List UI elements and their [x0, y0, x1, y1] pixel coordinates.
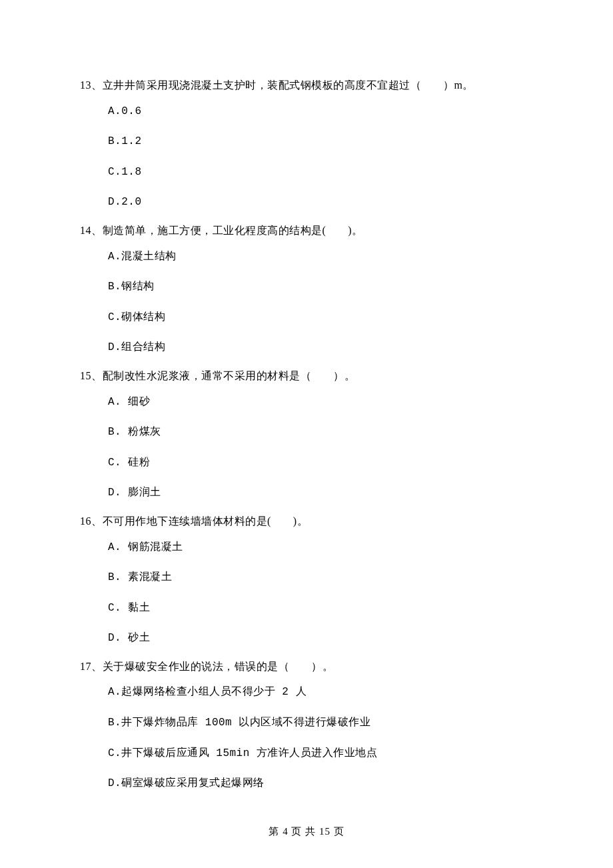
option-a: A.混凝土结构 [108, 249, 533, 266]
option-a: A. 细砂 [108, 394, 533, 411]
option-a: A.0.6 [108, 103, 533, 121]
option-c: C.1.8 [108, 164, 533, 181]
question-stem: 16、不可用作地下连续墙墙体材料的是( )。 [80, 513, 533, 530]
option-c: C.砌体结构 [108, 309, 533, 327]
option-b: B.钢结构 [108, 279, 533, 296]
question-15: 15、配制改性水泥浆液，通常不采用的材料是（ ）。 A. 细砂 B. 粉煤灰 C… [80, 367, 533, 502]
option-b: B.1.2 [108, 133, 533, 151]
page-footer: 第 4 页 共 15 页 [0, 825, 613, 838]
question-stem: 17、关于爆破安全作业的说法，错误的是（ ）。 [80, 658, 533, 675]
option-b: B. 素混凝土 [108, 569, 533, 587]
option-c: C. 黏土 [108, 600, 533, 617]
question-stem: 14、制造简单，施工方便，工业化程度高的结构是( )。 [80, 222, 533, 239]
option-list: A. 钢筋混凝土 B. 素混凝土 C. 黏土 D. 砂土 [80, 539, 533, 647]
page-content: 13、立井井筒采用现浇混凝土支护时，装配式钢模板的高度不宜超过（ ）m。 A.0… [0, 0, 613, 793]
question-16: 16、不可用作地下连续墙墙体材料的是( )。 A. 钢筋混凝土 B. 素混凝土 … [80, 513, 533, 647]
option-list: A.0.6 B.1.2 C.1.8 D.2.0 [80, 103, 533, 211]
option-a: A.起爆网络检查小组人员不得少于 2 人 [108, 684, 533, 701]
question-13: 13、立井井筒采用现浇混凝土支护时，装配式钢模板的高度不宜超过（ ）m。 A.0… [80, 77, 533, 211]
option-a: A. 钢筋混凝土 [108, 539, 533, 557]
option-d: D.硐室爆破应采用复式起爆网络 [108, 775, 533, 793]
option-d: D.组合结构 [108, 339, 533, 357]
option-list: A.起爆网络检查小组人员不得少于 2 人 B.井下爆炸物品库 100m 以内区域… [80, 684, 533, 792]
question-14: 14、制造简单，施工方便，工业化程度高的结构是( )。 A.混凝土结构 B.钢结… [80, 222, 533, 357]
option-d: D.2.0 [108, 194, 533, 211]
option-list: A. 细砂 B. 粉煤灰 C. 硅粉 D. 膨润土 [80, 394, 533, 502]
option-d: D. 膨润土 [108, 485, 533, 502]
question-stem: 13、立井井筒采用现浇混凝土支护时，装配式钢模板的高度不宜超过（ ）m。 [80, 77, 533, 94]
option-c: C. 硅粉 [108, 455, 533, 472]
option-b: B.井下爆炸物品库 100m 以内区域不得进行爆破作业 [108, 715, 533, 732]
question-stem: 15、配制改性水泥浆液，通常不采用的材料是（ ）。 [80, 367, 533, 385]
option-d: D. 砂土 [108, 630, 533, 647]
option-c: C.井下爆破后应通风 15min 方准许人员进入作业地点 [108, 745, 533, 763]
question-17: 17、关于爆破安全作业的说法，错误的是（ ）。 A.起爆网络检查小组人员不得少于… [80, 658, 533, 793]
option-list: A.混凝土结构 B.钢结构 C.砌体结构 D.组合结构 [80, 249, 533, 357]
option-b: B. 粉煤灰 [108, 424, 533, 441]
